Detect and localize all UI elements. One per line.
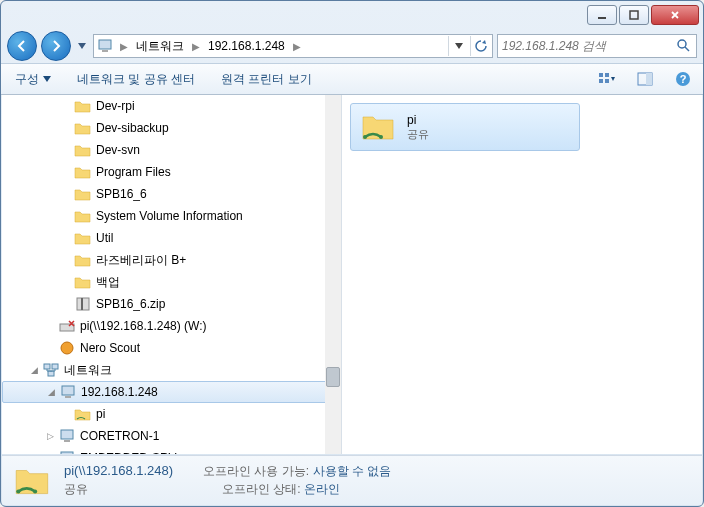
- svg-rect-0: [598, 17, 606, 19]
- file-list[interactable]: pi 공유: [342, 95, 702, 454]
- chevron-right-icon[interactable]: ▶: [289, 41, 305, 52]
- svg-rect-2: [99, 40, 111, 49]
- svg-rect-5: [599, 73, 603, 77]
- folder-icon: [74, 252, 92, 268]
- tree-item[interactable]: pi: [2, 403, 341, 425]
- expand-toggle-icon[interactable]: [60, 408, 72, 420]
- expand-toggle-icon[interactable]: [60, 254, 72, 266]
- navigation-tree[interactable]: Dev-rpiDev-sibackupDev-svnProgram FilesS…: [2, 95, 342, 454]
- svg-point-16: [61, 342, 73, 354]
- expand-toggle-icon[interactable]: [60, 188, 72, 200]
- tree-item[interactable]: ◢192.168.1.248: [2, 381, 341, 403]
- folder-icon: [74, 186, 92, 202]
- tree-item-label: SPB16_6: [96, 187, 147, 201]
- tree-item[interactable]: SPB16_6: [2, 183, 341, 205]
- expand-toggle-icon[interactable]: [60, 298, 72, 310]
- details-pane: pi(\\192.168.1.248) 오프라인 사용 가능: 사용할 수 없음…: [2, 455, 702, 505]
- tree-item[interactable]: SPB16_6.zip: [2, 293, 341, 315]
- tree-item-label: Program Files: [96, 165, 171, 179]
- close-button[interactable]: [651, 5, 699, 25]
- forward-button[interactable]: [41, 31, 71, 61]
- tree-item[interactable]: 라즈베리파이 B+: [2, 249, 341, 271]
- tree-item-label: Dev-rpi: [96, 99, 135, 113]
- expand-toggle-icon[interactable]: [44, 320, 56, 332]
- tree-item[interactable]: 백업: [2, 271, 341, 293]
- share-folder-icon: [359, 107, 399, 147]
- share-item-name: pi: [407, 113, 429, 127]
- tree-item-label: Dev-svn: [96, 143, 140, 157]
- expand-toggle-icon[interactable]: ▷: [44, 430, 56, 442]
- computer-icon: [59, 384, 77, 400]
- tree-item[interactable]: Util: [2, 227, 341, 249]
- scrollbar[interactable]: [325, 95, 341, 454]
- svg-rect-21: [65, 396, 71, 398]
- share-item-pi[interactable]: pi 공유: [350, 103, 580, 151]
- nav-toolbar: ▶ 네트워크 ▶ 192.168.1.248 ▶: [1, 29, 703, 63]
- tree-item[interactable]: Dev-sibackup: [2, 117, 341, 139]
- nav-history-dropdown[interactable]: [75, 36, 89, 56]
- tree-item[interactable]: pi(\\192.168.1.248) (W:): [2, 315, 341, 337]
- expand-toggle-icon[interactable]: [60, 100, 72, 112]
- tree-item-label: Nero Scout: [80, 341, 140, 355]
- tree-item-label: EMBEDDED-SRV: [80, 451, 176, 454]
- network-center-button[interactable]: 네트워크 및 공유 센터: [71, 67, 201, 92]
- folder-icon: [74, 164, 92, 180]
- svg-rect-24: [61, 452, 73, 454]
- chevron-right-icon[interactable]: ▶: [116, 41, 132, 52]
- details-offline-label: 오프라인 사용 가능:: [203, 464, 309, 478]
- svg-rect-7: [599, 79, 603, 83]
- drive-x-icon: [58, 318, 76, 334]
- svg-text:?: ?: [680, 73, 687, 85]
- tree-item-label: 라즈베리파이 B+: [96, 252, 186, 269]
- tree-item-label: SPB16_6.zip: [96, 297, 165, 311]
- tree-item[interactable]: System Volume Information: [2, 205, 341, 227]
- expand-toggle-icon[interactable]: [60, 144, 72, 156]
- share-item-type: 공유: [407, 127, 429, 142]
- address-bar[interactable]: ▶ 네트워크 ▶ 192.168.1.248 ▶: [93, 34, 493, 58]
- svg-rect-10: [646, 73, 652, 85]
- tree-item[interactable]: Dev-svn: [2, 139, 341, 161]
- address-dropdown[interactable]: [448, 36, 468, 56]
- search-box[interactable]: [497, 34, 697, 58]
- tree-item[interactable]: Program Files: [2, 161, 341, 183]
- expand-toggle-icon[interactable]: [44, 342, 56, 354]
- tree-item[interactable]: ◢네트워크: [2, 359, 341, 381]
- expand-toggle-icon[interactable]: [60, 122, 72, 134]
- back-button[interactable]: [7, 31, 37, 61]
- maximize-button[interactable]: [619, 5, 649, 25]
- help-button[interactable]: ?: [671, 67, 695, 91]
- tree-item[interactable]: ▷CORETRON-1: [2, 425, 341, 447]
- scrollbar-thumb[interactable]: [326, 367, 340, 387]
- expand-toggle-icon[interactable]: [60, 210, 72, 222]
- share-folder-icon: [12, 460, 54, 502]
- svg-rect-6: [605, 73, 609, 77]
- expand-toggle-icon[interactable]: ◢: [28, 364, 40, 376]
- tree-item[interactable]: ▷EMBEDDED-SRV: [2, 447, 341, 454]
- refresh-button[interactable]: [470, 36, 490, 56]
- expand-toggle-icon[interactable]: ◢: [45, 386, 57, 398]
- details-subtitle: 공유: [64, 481, 192, 498]
- computer-icon: [96, 37, 114, 55]
- svg-point-4: [678, 40, 686, 48]
- expand-toggle-icon[interactable]: ▷: [44, 452, 56, 454]
- svg-rect-3: [102, 50, 108, 52]
- tree-item-label: 네트워크: [64, 362, 112, 379]
- content-area: Dev-rpiDev-sibackupDev-svnProgram FilesS…: [2, 95, 702, 454]
- details-status-label: 오프라인 상태:: [222, 482, 301, 496]
- expand-toggle-icon[interactable]: [60, 276, 72, 288]
- tree-item[interactable]: Nero Scout: [2, 337, 341, 359]
- expand-toggle-icon[interactable]: [60, 232, 72, 244]
- search-input[interactable]: [502, 39, 676, 53]
- globe-icon: [58, 340, 76, 356]
- chevron-right-icon[interactable]: ▶: [188, 41, 204, 52]
- expand-toggle-icon[interactable]: [60, 166, 72, 178]
- remote-printers-button[interactable]: 원격 프린터 보기: [215, 67, 318, 92]
- minimize-button[interactable]: [587, 5, 617, 25]
- preview-pane-button[interactable]: [633, 67, 657, 91]
- view-options-button[interactable]: [595, 67, 619, 91]
- breadcrumb-host[interactable]: 192.168.1.248: [204, 37, 289, 55]
- breadcrumb-network[interactable]: 네트워크: [132, 36, 188, 57]
- organize-button[interactable]: 구성: [9, 67, 57, 92]
- svg-rect-17: [44, 364, 50, 369]
- tree-item[interactable]: Dev-rpi: [2, 95, 341, 117]
